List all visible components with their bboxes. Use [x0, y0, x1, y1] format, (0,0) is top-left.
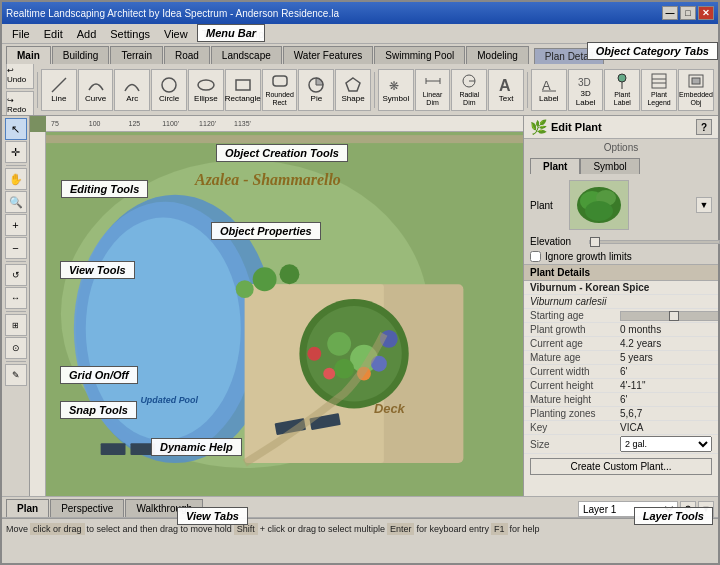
status-text5: + click or drag: [260, 524, 316, 534]
tool-rectangle[interactable]: Rectangle: [225, 69, 261, 111]
tool-draw[interactable]: ✎: [5, 364, 27, 386]
layer-select[interactable]: Layer 1: [578, 501, 678, 517]
create-custom-plant-button[interactable]: Create Custom Plant...: [530, 458, 712, 475]
svg-text:Updated Pool: Updated Pool: [140, 395, 198, 405]
tool-curve[interactable]: Curve: [78, 69, 114, 111]
tool-radial-dimension[interactable]: Radial Dim: [451, 69, 487, 111]
minimize-button[interactable]: —: [662, 6, 678, 20]
canvas-inner[interactable]: Updated Pool Deck: [46, 132, 523, 496]
tab-walkthrough[interactable]: Walkthrough: [125, 499, 203, 517]
menu-view[interactable]: View: [158, 27, 194, 41]
tool-select[interactable]: ↖: [5, 118, 27, 140]
ignore-growth-checkbox[interactable]: [530, 251, 541, 262]
svg-rect-4: [273, 76, 287, 86]
tool-snap[interactable]: ⊙: [5, 337, 27, 359]
vertical-ruler: [30, 132, 46, 496]
svg-rect-23: [692, 78, 700, 84]
menu-add[interactable]: Add: [71, 27, 103, 41]
tab-perspective[interactable]: Perspective: [50, 499, 124, 517]
panel-tab-plant[interactable]: Plant: [530, 158, 580, 174]
menu-edit[interactable]: Edit: [38, 27, 69, 41]
tool-rounded-rectangle[interactable]: Rounded Rect: [262, 69, 298, 111]
plant-dropdown-button[interactable]: ▼: [696, 197, 712, 213]
close-button[interactable]: ✕: [698, 6, 714, 20]
layer-add-button[interactable]: ▼: [698, 501, 714, 517]
key-label: Key: [530, 422, 620, 433]
tool-label[interactable]: ALabel: [531, 69, 567, 111]
svg-text:3D: 3D: [578, 77, 591, 88]
mature-age-label: Mature age: [530, 352, 620, 363]
planting-zones-value: 5,6,7: [620, 408, 712, 419]
tool-plant-legend[interactable]: Plant Legend: [641, 69, 677, 111]
tool-zoom[interactable]: 🔍: [5, 191, 27, 213]
tab-plan[interactable]: Plan: [6, 499, 49, 517]
tool-3d-label[interactable]: 3D3D Label: [568, 69, 604, 111]
tool-grid[interactable]: ⊞: [5, 314, 27, 336]
title-bar: Realtime Landscaping Architect by Idea S…: [2, 2, 718, 24]
title-bar-text: Realtime Landscaping Architect by Idea S…: [6, 8, 662, 19]
current-age-label: Current age: [530, 338, 620, 349]
tool-move[interactable]: ✛: [5, 141, 27, 163]
tool-zoom-in[interactable]: +: [5, 214, 27, 236]
tab-terrain[interactable]: Terrain: [110, 46, 163, 64]
left-sep-1: [6, 165, 26, 166]
svg-point-40: [307, 347, 321, 361]
left-sep-2: [6, 261, 26, 262]
svg-point-17: [618, 74, 626, 82]
tab-plan-detail[interactable]: Plan Detail: [534, 48, 604, 64]
tool-symbol[interactable]: ❋Symbol: [378, 69, 414, 111]
current-width-row: Current width 6': [524, 365, 718, 379]
menu-help[interactable]: Help: [235, 27, 270, 41]
status-hold: hold: [215, 524, 232, 534]
current-height-row: Current height 4'-11": [524, 379, 718, 393]
menu-file[interactable]: File: [6, 27, 36, 41]
current-width-label: Current width: [530, 366, 620, 377]
menu-bar: File Edit Add Settings View Tools Help M…: [2, 24, 718, 44]
tool-shape[interactable]: Shape: [335, 69, 371, 111]
redo-button[interactable]: ↪ Redo: [6, 91, 34, 117]
tool-pan[interactable]: ✋: [5, 168, 27, 190]
right-panel: 🌿 Edit Plant ? Options Plant Symbol Plan…: [523, 116, 718, 496]
tool-resize[interactable]: ↔: [5, 287, 27, 309]
tool-plant-label[interactable]: Plant Label: [604, 69, 640, 111]
tab-swimming-pool[interactable]: Swimming Pool: [374, 46, 465, 64]
tab-modeling[interactable]: Modeling: [466, 46, 529, 64]
bottom-tabs: Plan Perspective Walkthrough View Tabs L…: [2, 496, 718, 518]
toolbar-separator-1: [37, 72, 38, 108]
tool-pie[interactable]: Pie: [298, 69, 334, 111]
maximize-button[interactable]: □: [680, 6, 696, 20]
tool-arc[interactable]: Arc: [114, 69, 150, 111]
menu-tools[interactable]: Tools: [196, 27, 234, 41]
plant-image[interactable]: [569, 180, 629, 230]
tab-main[interactable]: Main: [6, 46, 51, 64]
starting-age-slider[interactable]: [620, 311, 718, 321]
tool-line[interactable]: Line: [41, 69, 77, 111]
ignore-growth-label: Ignore growth limits: [545, 251, 632, 262]
tab-road[interactable]: Road: [164, 46, 210, 64]
horizontal-ruler: 75 100 125 1100' 1120' 1135': [46, 116, 523, 132]
size-select[interactable]: 2 gal. 5 gal. 1 gal.: [620, 436, 712, 452]
menu-settings[interactable]: Settings: [104, 27, 156, 41]
status-text7: for keyboard entry: [416, 524, 489, 534]
help-button[interactable]: ?: [696, 119, 712, 135]
tool-embedded-object[interactable]: Embedded Obj: [678, 69, 714, 111]
tool-zoom-out[interactable]: −: [5, 237, 27, 259]
layer-settings-button[interactable]: ⚙: [680, 501, 696, 517]
mature-age-value: 5 years: [620, 352, 712, 363]
tool-rotate[interactable]: ↺: [5, 264, 27, 286]
svg-point-35: [327, 332, 351, 356]
left-toolbar: ↖ ✛ ✋ 🔍 + − ↺ ↔ ⊞ ⊙ ✎: [2, 116, 30, 496]
undo-button[interactable]: ↩ Undo: [6, 64, 34, 89]
tool-linear-dimension[interactable]: Linear Dim: [415, 69, 451, 111]
status-enter: Enter: [387, 523, 415, 535]
tab-landscape[interactable]: Landscape: [211, 46, 282, 64]
tool-circle[interactable]: Circle: [151, 69, 187, 111]
tool-ellipse[interactable]: Ellipse: [188, 69, 224, 111]
tab-water-features[interactable]: Water Features: [283, 46, 374, 64]
elevation-slider[interactable]: [589, 240, 720, 244]
panel-tab-symbol[interactable]: Symbol: [580, 158, 639, 174]
tab-building[interactable]: Building: [52, 46, 110, 64]
svg-point-37: [334, 359, 354, 379]
main-window: Realtime Landscaping Architect by Idea S…: [0, 0, 720, 565]
tool-text[interactable]: AText: [488, 69, 524, 111]
